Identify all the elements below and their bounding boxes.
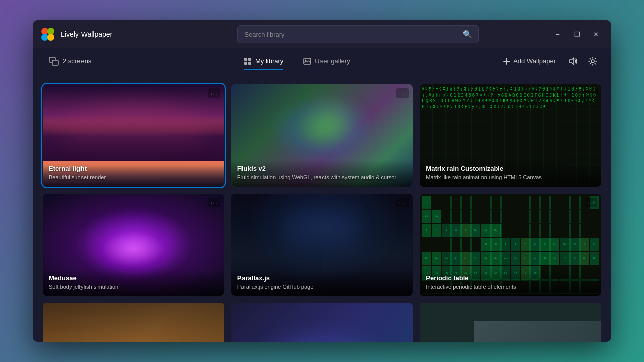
audio-button[interactable] [565, 53, 582, 70]
card-menu-parallax[interactable]: ··· [396, 198, 409, 207]
card-info-medusae: Medusae Soft body jellyfish simulation [43, 269, 224, 296]
svg-marker-14 [570, 58, 574, 65]
tabs: My library User gallery [234, 53, 359, 69]
card-desc-parallax: Parallax.js engine GitHub page [237, 283, 407, 291]
card-info-eternal-light: Eternal light Beautiful sunset render [43, 160, 224, 187]
window-controls: − ❐ ✕ [551, 27, 603, 41]
wallpaper-card-medusae[interactable]: Medusae Soft body jellyfish simulation ·… [43, 194, 224, 296]
user-gallery-label: User gallery [315, 57, 350, 65]
wallpaper-card-fluids[interactable]: Fluids v2 Fluid simulation using WebGL, … [231, 84, 413, 187]
wallpaper-grid: Eternal light Beautiful sunset render ··… [43, 84, 601, 342]
tab-my-library[interactable]: My library [234, 53, 292, 69]
user-gallery-icon [303, 57, 311, 65]
card-title-parallax: Parallax.js [237, 274, 407, 282]
card-menu-matrix[interactable]: ··· [585, 88, 597, 98]
svg-point-2 [41, 34, 48, 41]
toolbar: 2 screens My library User gallery [33, 48, 611, 74]
search-icon[interactable]: 🔍 [463, 30, 472, 39]
wallpaper-card-eternal-light[interactable]: Eternal light Beautiful sunset render ··… [43, 84, 224, 187]
card-info-fluids: Fluids v2 Fluid simulation using WebGL, … [231, 160, 413, 187]
card-menu-eternal-light[interactable]: ··· [208, 88, 220, 98]
svg-point-0 [41, 28, 48, 35]
wallpaper-card-parallax[interactable]: Parallax.js Parallax.js engine GitHub pa… [231, 194, 413, 296]
card-bg-bottom3 [420, 303, 601, 342]
card-title-eternal-light: Eternal light [49, 165, 218, 172]
card-title-fluids: Fluids v2 [237, 165, 407, 172]
card-desc-fluids: Fluid simulation using WebGL, reacts wit… [237, 174, 407, 182]
app-logo [41, 27, 55, 41]
tab-user-gallery[interactable]: User gallery [294, 53, 359, 69]
card-info-parallax: Parallax.js Parallax.js engine GitHub pa… [231, 269, 413, 296]
svg-point-11 [305, 59, 307, 61]
screens-button[interactable]: 2 screens [43, 54, 97, 69]
settings-button[interactable] [584, 53, 601, 70]
minimize-button[interactable]: − [551, 27, 565, 41]
card-title-matrix: Matrix rain Customizable [426, 165, 595, 172]
settings-icon [588, 57, 597, 66]
card-desc-eternal-light: Beautiful sunset render [49, 174, 218, 182]
card-desc-medusae: Soft body jellyfish simulation [49, 283, 218, 291]
card-title-periodic: Periodic table [426, 274, 595, 282]
svg-point-15 [591, 60, 594, 63]
wallpaper-grid-area: Eternal light Beautiful sunset render ··… [33, 74, 611, 342]
card-desc-matrix: Matrix like rain animation using HTML5 C… [426, 174, 595, 182]
card-info-periodic: Periodic table Interactive periodic tabl… [420, 269, 601, 296]
card-title-medusae: Medusae [49, 274, 218, 282]
search-input[interactable] [244, 31, 463, 38]
svg-rect-8 [244, 62, 247, 65]
audio-icon [569, 57, 578, 65]
add-wallpaper-button[interactable]: Add Wallpaper [496, 54, 563, 68]
wallpaper-card-bottom1[interactable] [43, 303, 224, 342]
card-info-matrix: Matrix rain Customizable Matrix like rai… [420, 160, 601, 187]
svg-rect-7 [248, 58, 251, 61]
card-menu-fluids[interactable]: ··· [396, 88, 409, 98]
wallpaper-card-bottom2[interactable] [231, 303, 413, 342]
add-wallpaper-label: Add Wallpaper [513, 57, 556, 65]
toolbar-actions: Add Wallpaper [496, 53, 601, 70]
my-library-label: My library [255, 57, 283, 65]
wallpaper-card-matrix[interactable]: ﾊﾋｦｱｰｳｴｵｶｷｸｹｺｻｼ01ｾｿﾀﾁﾂﾃﾄﾅﾆ10ﾇﾈﾉﾊﾋﾌ01ﾍﾎﾏﾐ… [420, 84, 601, 187]
svg-rect-5 [52, 60, 58, 65]
main-window: Lively Wallpaper 🔍 − ❐ ✕ 2 screens [33, 20, 611, 342]
maximize-button[interactable]: ❐ [570, 27, 584, 41]
card-bg-bottom1 [43, 303, 224, 342]
card-bg-bottom2 [231, 303, 413, 342]
close-button[interactable]: ✕ [589, 27, 603, 41]
card-menu-medusae[interactable]: ··· [208, 198, 220, 207]
card-desc-periodic: Interactive periodic table of elements [426, 283, 595, 291]
svg-rect-6 [244, 58, 247, 61]
wallpaper-card-bottom3[interactable] [420, 303, 601, 342]
title-bar: Lively Wallpaper 🔍 − ❐ ✕ [33, 20, 611, 48]
screens-label: 2 screens [63, 57, 91, 65]
add-icon [503, 58, 510, 65]
app-title: Lively Wallpaper [61, 30, 112, 38]
svg-rect-10 [304, 58, 311, 64]
wallpaper-card-periodic[interactable]: HHeLiBeBCNOFNeNaMgAlSiPSClArKCaScTiVCrMn… [420, 194, 601, 296]
my-library-icon [244, 57, 252, 65]
search-bar[interactable]: 🔍 [237, 25, 479, 43]
card-menu-periodic[interactable]: ··· [585, 198, 597, 207]
svg-point-3 [47, 34, 54, 41]
screens-icon [49, 57, 59, 66]
svg-point-1 [47, 28, 54, 35]
svg-rect-9 [248, 62, 251, 65]
